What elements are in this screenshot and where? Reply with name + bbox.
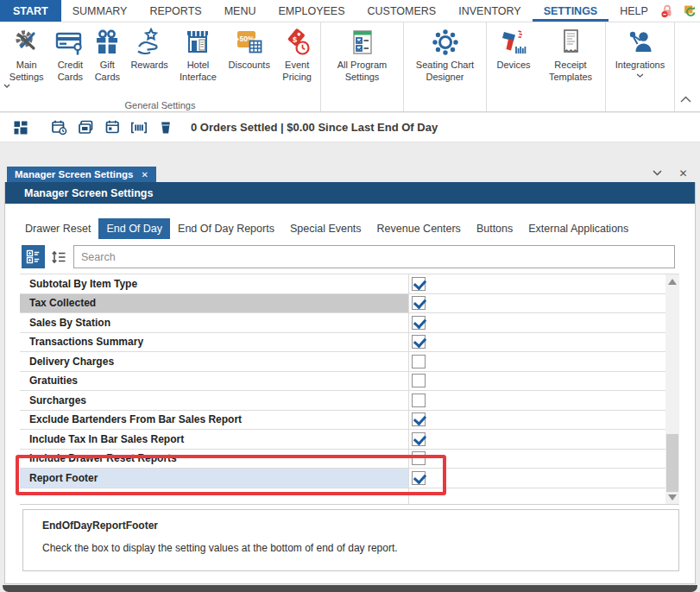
setting-detail-description: Check the box to display the setting val… bbox=[42, 542, 670, 554]
dashboard-grid-icon[interactable] bbox=[12, 119, 29, 136]
quick-toolbar: 0 Orders Settled | $0.00 Since Last End … bbox=[0, 113, 700, 142]
scrollbar-thumb[interactable] bbox=[666, 434, 678, 492]
expand-collapse-icon[interactable] bbox=[51, 247, 68, 268]
seating-chart-icon bbox=[431, 28, 460, 57]
menu-item-summary[interactable]: SUMMARY bbox=[61, 0, 139, 22]
ribbon-item-discounts[interactable]: 50% Discounts bbox=[223, 26, 275, 72]
checkbox-unchecked[interactable] bbox=[412, 394, 426, 407]
setting-row-include-drawer-reset-reports[interactable]: Include Drawer Reset Reports bbox=[20, 450, 665, 469]
scroll-up-icon[interactable] bbox=[665, 274, 679, 288]
checkbox-checked[interactable] bbox=[412, 413, 426, 426]
menu-item-settings[interactable]: SETTINGS bbox=[533, 0, 609, 22]
ribbon-item-hotel-interface[interactable]: Hotel Interface bbox=[173, 26, 223, 84]
menu-item-inventory[interactable]: INVENTORY bbox=[447, 0, 532, 22]
storefront-icon bbox=[183, 28, 212, 57]
setting-row-gratuities[interactable]: Gratuities bbox=[20, 372, 665, 392]
person-share-icon bbox=[626, 28, 655, 57]
barcode-scanner-icon bbox=[499, 28, 528, 57]
tab-buttons[interactable]: Buttons bbox=[469, 218, 520, 239]
calendar-media-icon[interactable] bbox=[77, 119, 94, 136]
checkbox-unchecked[interactable] bbox=[412, 374, 426, 387]
ribbon-group-3: Seating Chart Designer bbox=[404, 22, 487, 111]
calendar-icon[interactable] bbox=[104, 119, 121, 136]
manager-screen-settings-panel: Manager Screen Settings Drawer ResetEnd … bbox=[4, 182, 696, 584]
setting-row-tax-collected[interactable]: Tax Collected bbox=[20, 294, 665, 314]
menu-item-employees[interactable]: EMPLOYEES bbox=[267, 0, 356, 22]
checkbox-checked[interactable] bbox=[412, 316, 426, 330]
panel-header: Manager Screen Settings bbox=[5, 182, 695, 204]
document-tab-manager-screen-settings[interactable]: Manager Screen Settings ✕ bbox=[7, 167, 156, 182]
column-separator bbox=[408, 274, 409, 504]
search-row bbox=[22, 245, 675, 268]
ribbon-item-label: Event Pricing bbox=[275, 60, 318, 84]
tab-end-of-day[interactable]: End Of Day bbox=[98, 218, 170, 239]
tab-revenue-centers[interactable]: Revenue Centers bbox=[369, 218, 469, 239]
settings-rows: Subtotal By Item TypeTax CollectedSales … bbox=[20, 274, 665, 488]
menu-item-reports[interactable]: REPORTS bbox=[138, 0, 212, 22]
category-view-button[interactable] bbox=[22, 245, 45, 268]
ribbon-item-main-settings[interactable]: Main Settings bbox=[2, 26, 51, 88]
setting-row-subtotal-by-item-type[interactable]: Subtotal By Item Type bbox=[20, 274, 665, 294]
ribbon-item-label: Discounts bbox=[229, 60, 270, 72]
setting-row-transactions-summary[interactable]: Transactions Summary bbox=[20, 333, 665, 353]
checkbox-checked[interactable] bbox=[412, 471, 426, 485]
setting-row-delivery-charges[interactable]: Delivery Charges bbox=[20, 352, 665, 372]
checkbox-checked[interactable] bbox=[412, 296, 426, 310]
setting-label: Sales By Station bbox=[29, 317, 110, 329]
beverage-icon[interactable] bbox=[157, 119, 174, 136]
ribbon-item-label: All Program Settings bbox=[324, 60, 401, 84]
ribbon-item-rewards[interactable]: Rewards bbox=[125, 26, 173, 72]
menu-right-icons bbox=[659, 0, 700, 22]
ribbon-item-receipt-templates[interactable]: Receipt Templates bbox=[539, 26, 602, 84]
ribbon-item-all-program-settings[interactable]: All Program Settings bbox=[324, 26, 401, 84]
data-sync-icon[interactable] bbox=[682, 3, 697, 19]
gift-icon bbox=[92, 28, 122, 57]
chevron-down-icon bbox=[636, 73, 644, 78]
ribbon-item-seating-chart-designer[interactable]: Seating Chart Designer bbox=[406, 26, 484, 84]
setting-label: Include Drawer Reset Reports bbox=[29, 452, 177, 464]
search-input[interactable] bbox=[73, 245, 675, 268]
setting-label: Gratuities bbox=[29, 375, 78, 387]
menu-item-customers[interactable]: CUSTOMERS bbox=[356, 0, 448, 22]
checkbox-unchecked[interactable] bbox=[412, 451, 426, 465]
lock-icon[interactable] bbox=[659, 3, 675, 19]
checkbox-checked[interactable] bbox=[412, 335, 426, 349]
scroll-down-icon[interactable] bbox=[665, 490, 679, 504]
setting-row-surcharges[interactable]: Surcharges bbox=[20, 391, 665, 411]
ribbon-item-event-pricing[interactable]: $ Event Pricing bbox=[275, 26, 318, 84]
setting-row-report-footer[interactable]: Report Footer bbox=[20, 469, 665, 488]
svg-text:$: $ bbox=[293, 35, 297, 44]
chevron-down-icon[interactable] bbox=[652, 167, 663, 179]
close-icon[interactable]: ✕ bbox=[678, 167, 689, 179]
menu-item-help[interactable]: HELP bbox=[609, 0, 659, 22]
close-tab-icon[interactable]: ✕ bbox=[141, 170, 148, 179]
vertical-scrollbar[interactable] bbox=[665, 274, 679, 504]
setting-row-sales-by-station[interactable]: Sales By Station bbox=[20, 313, 665, 333]
tab-special-events[interactable]: Special Events bbox=[282, 218, 369, 239]
hand-star-icon bbox=[135, 28, 164, 57]
discount-coupon-icon: 50% bbox=[235, 28, 264, 57]
ribbon-item-gift-cards[interactable]: Gift Cards bbox=[89, 26, 125, 84]
ribbon-item-label: Main Settings bbox=[9, 60, 44, 82]
calendar-clock-icon[interactable] bbox=[50, 119, 67, 136]
ribbon-item-integrations[interactable]: Integrations bbox=[608, 26, 672, 78]
ribbon-group-5: Integrations bbox=[606, 22, 675, 111]
setting-detail-box: EndOfDayReportFooter Check the box to di… bbox=[22, 509, 679, 571]
ribbon-item-label: Receipt Templates bbox=[539, 60, 602, 84]
setting-row-include-tax-in-bar-sales-report[interactable]: Include Tax In Bar Sales Report bbox=[20, 430, 665, 450]
tab-external-applications[interactable]: External Applications bbox=[520, 218, 636, 239]
ribbon-item-label: Hotel Interface bbox=[173, 60, 223, 84]
ribbon-item-devices[interactable]: Devices bbox=[489, 26, 539, 72]
checkbox-checked[interactable] bbox=[412, 277, 426, 291]
setting-row-exclude-bartenders-from-bar-sales-report[interactable]: Exclude Bartenders From Bar Sales Report bbox=[20, 411, 665, 431]
ribbon-item-credit-cards[interactable]: Credit Cards bbox=[51, 26, 89, 84]
checkbox-unchecked[interactable] bbox=[412, 355, 426, 368]
tab-end-of-day-reports[interactable]: End Of Day Reports bbox=[170, 218, 282, 239]
checkbox-checked[interactable] bbox=[412, 432, 426, 446]
barcode-icon[interactable] bbox=[130, 119, 148, 136]
ribbon-collapse-button[interactable] bbox=[680, 96, 692, 104]
menu-item-menu[interactable]: MENU bbox=[213, 0, 268, 22]
tab-drawer-reset[interactable]: Drawer Reset bbox=[17, 218, 98, 239]
ribbon-item-label: Credit Cards bbox=[51, 60, 89, 84]
menu-item-start[interactable]: START bbox=[0, 0, 61, 22]
